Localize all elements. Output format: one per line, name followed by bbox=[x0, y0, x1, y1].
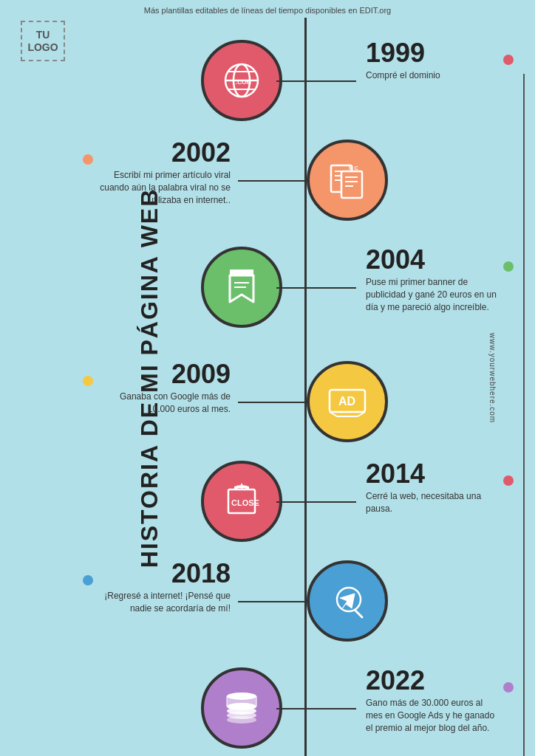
event-right-2014: 2014 Cerré la web, necesitaba una pausa. bbox=[299, 461, 499, 515]
svg-rect-35 bbox=[227, 696, 256, 707]
icon-circle-2009: AD bbox=[307, 361, 388, 442]
svg-text:.COM: .COM bbox=[236, 79, 251, 86]
icon-circle-2014: CLOSE bbox=[201, 461, 282, 542]
event-2009: 2009 Ganaba con Google más de 10.000 eur… bbox=[98, 354, 526, 450]
dot-2004 bbox=[503, 261, 514, 272]
event-2004: 2004 Puse mi primer banner de publicidad… bbox=[98, 239, 526, 350]
h-line-2002-left bbox=[238, 180, 297, 182]
desc-2022: Gano más de 30.000 euros al mes en Googl… bbox=[366, 697, 499, 734]
dot-2002 bbox=[83, 154, 93, 165]
dot-2014 bbox=[503, 475, 514, 486]
event-2014: CLOSE 2014 Cerré la web, necesitaba una … bbox=[98, 453, 526, 549]
desc-2018: ¡Regresé a internet! ¡Pensé que nadie se… bbox=[98, 590, 231, 615]
money-icon bbox=[219, 686, 264, 730]
event-left-2018: 2018 ¡Regresé a internet! ¡Pensé que nad… bbox=[98, 560, 297, 615]
svg-text:M C: M C bbox=[349, 165, 358, 171]
event-left-2002: 2002 Escribí mi primer artículo viral cu… bbox=[98, 140, 297, 206]
desc-2004: Puse mi primer banner de publicidad y ga… bbox=[366, 276, 499, 313]
desc-2009: Ganaba con Google más de 10.000 euros al… bbox=[98, 391, 231, 416]
year-2014: 2014 bbox=[366, 461, 499, 487]
dot-2018 bbox=[83, 575, 93, 585]
event-right-1999: 1999 Compré el dominio bbox=[299, 40, 499, 82]
top-bar: Más plantillas editables de líneas del t… bbox=[0, 0, 535, 18]
event-right-2018 bbox=[299, 560, 499, 642]
close-icon: CLOSE bbox=[219, 479, 264, 523]
event-right-2004: 2004 Puse mi primer banner de publicidad… bbox=[299, 247, 499, 313]
year-2018: 2018 bbox=[98, 560, 231, 587]
event-left-1999: .COM bbox=[98, 40, 297, 121]
event-right-2009: AD bbox=[299, 361, 499, 442]
top-text: Más plantillas editables de líneas del t… bbox=[144, 6, 391, 15]
svg-line-28 bbox=[355, 610, 362, 617]
event-right-2022: 2022 Gano más de 30.000 euros al mes en … bbox=[299, 667, 499, 734]
dot-2022 bbox=[503, 682, 514, 693]
event-right-2002: M C bbox=[299, 140, 499, 221]
desc-1999: Compré el dominio bbox=[366, 69, 499, 82]
icon-circle-2022 bbox=[201, 667, 282, 749]
logo-box: TULOGO bbox=[21, 21, 65, 61]
desc-2002: Escribí mi primer artículo viral cuando … bbox=[98, 169, 231, 206]
h-line-1999-left bbox=[276, 80, 297, 82]
event-left-2009: 2009 Ganaba con Google más de 10.000 eur… bbox=[98, 361, 297, 416]
year-2009: 2009 bbox=[98, 361, 231, 388]
event-2018: 2018 ¡Regresé a internet! ¡Pensé que nad… bbox=[98, 553, 526, 656]
event-left-2022 bbox=[98, 667, 297, 749]
event-left-2014: CLOSE bbox=[98, 461, 297, 542]
cursor-icon bbox=[325, 579, 369, 623]
timeline: .COM 1999 Compré el dominio 2002 Escribí… bbox=[98, 18, 526, 756]
bookmark-icon bbox=[219, 265, 264, 309]
year-2022: 2022 bbox=[366, 667, 499, 694]
svg-text:CLOSE: CLOSE bbox=[231, 498, 259, 507]
icon-circle-1999: .COM bbox=[201, 40, 282, 121]
icon-circle-2004 bbox=[201, 247, 282, 328]
event-2022: 2022 Gano más de 30.000 euros al mes en … bbox=[98, 660, 526, 756]
year-2004: 2004 bbox=[366, 247, 499, 273]
event-2002: 2002 Escribí mi primer artículo viral cu… bbox=[98, 132, 526, 236]
event-left-2004 bbox=[98, 247, 297, 328]
event-1999: .COM 1999 Compré el dominio bbox=[98, 32, 526, 128]
icon-circle-2002: M C bbox=[307, 140, 388, 221]
logo-text: TULOGO bbox=[27, 29, 58, 54]
svg-text:AD: AD bbox=[338, 395, 355, 408]
year-1999: 1999 bbox=[366, 40, 499, 66]
icon-circle-2018 bbox=[307, 560, 388, 642]
svg-rect-10 bbox=[341, 171, 362, 198]
dot-1999 bbox=[503, 55, 514, 65]
browser-icon: M C bbox=[325, 158, 369, 202]
globe-icon: .COM bbox=[219, 58, 264, 103]
dot-2009 bbox=[83, 376, 93, 386]
year-2002: 2002 bbox=[98, 140, 231, 166]
ad-icon: AD bbox=[325, 379, 369, 424]
desc-2014: Cerré la web, necesitaba una pausa. bbox=[366, 490, 499, 515]
